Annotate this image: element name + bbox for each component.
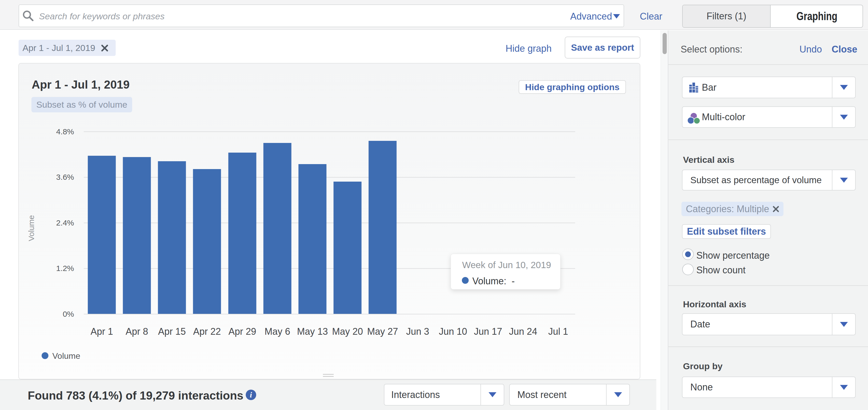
svg-text:4.8%: 4.8% <box>56 127 74 136</box>
svg-text:Jun 24: Jun 24 <box>509 326 537 337</box>
svg-text:May 20: May 20 <box>332 326 363 337</box>
svg-text:1.2%: 1.2% <box>56 264 74 273</box>
svg-text:0%: 0% <box>63 310 74 318</box>
svg-text:Apr 8: Apr 8 <box>126 326 148 337</box>
svg-text:2.4%: 2.4% <box>56 218 74 227</box>
svg-text:Volume: Volume <box>52 351 80 361</box>
svg-text:Apr 15: Apr 15 <box>158 326 186 337</box>
svg-text:3.6%: 3.6% <box>56 173 74 181</box>
svg-text:May 6: May 6 <box>265 326 290 337</box>
svg-text:Jul 1: Jul 1 <box>548 326 568 337</box>
svg-text:Apr 22: Apr 22 <box>193 326 221 337</box>
svg-text:Apr 29: Apr 29 <box>228 326 256 337</box>
svg-text:Apr 1: Apr 1 <box>91 326 113 337</box>
svg-text:Volume: Volume <box>27 215 36 241</box>
svg-text:May 13: May 13 <box>297 326 328 337</box>
svg-text:Jun 17: Jun 17 <box>474 326 502 337</box>
svg-text:Jun 3: Jun 3 <box>406 326 429 337</box>
svg-text:May 27: May 27 <box>367 326 398 337</box>
svg-text:Jun 10: Jun 10 <box>439 326 467 337</box>
